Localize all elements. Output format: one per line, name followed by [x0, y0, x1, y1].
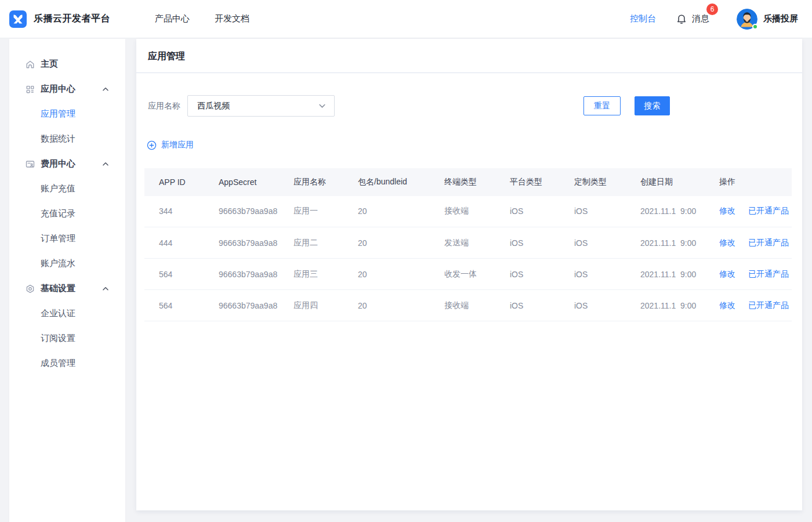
console-link[interactable]: 控制台 — [630, 13, 656, 24]
add-app-button[interactable]: 新增应用 — [147, 140, 194, 150]
col-platform-type: 平台类型 — [495, 168, 560, 196]
sidebar-item-account-recharge[interactable]: 账户充值 — [9, 176, 125, 201]
cell-terminal: 收发一体 — [430, 259, 495, 290]
cell-app-id: 564 — [144, 290, 204, 321]
home-icon — [25, 59, 35, 70]
logo-icon — [9, 10, 27, 28]
reset-button[interactable]: 重置 — [583, 96, 621, 115]
cell-terminal: 发送端 — [430, 227, 495, 259]
cell-platform: iOS — [495, 259, 560, 290]
app-name-select[interactable]: 西瓜视频 — [187, 95, 335, 117]
sidebar-item-data-stats[interactable]: 数据统计 — [9, 126, 125, 151]
sidebar-item-order-manage[interactable]: 订单管理 — [9, 226, 125, 251]
sidebar-item-app-manage[interactable]: 应用管理 — [9, 102, 125, 126]
add-app-label: 新增应用 — [161, 140, 194, 150]
cell-app-id: 444 — [144, 227, 204, 259]
cell-bundle: 20 — [343, 290, 430, 321]
messages-button[interactable]: 消息 6 — [676, 13, 709, 25]
plus-circle-icon — [147, 140, 157, 150]
cell-terminal: 接收端 — [430, 196, 495, 227]
opened-products-link[interactable]: 已开通产品 — [748, 206, 789, 215]
opened-products-link[interactable]: 已开通产品 — [748, 300, 789, 310]
sidebar-group-app-center[interactable]: 应用中心 — [9, 77, 125, 102]
chevron-down-icon — [318, 102, 326, 110]
sidebar-item-label: 费用中心 — [41, 158, 75, 169]
filter-bar: 应用名称 西瓜视频 重置 搜索 — [136, 95, 802, 117]
selected-app-name: 西瓜视频 — [197, 101, 230, 111]
nav-product-center[interactable]: 产品中心 — [155, 13, 190, 24]
cell-created: 2021.11.1 9:00 — [626, 290, 705, 321]
cell-custom: iOS — [560, 259, 626, 290]
sidebar-item-home[interactable]: 主页 — [9, 52, 125, 77]
sidebar-item-recharge-records[interactable]: 充值记录 — [9, 201, 125, 226]
sidebar-item-account-flow[interactable]: 账户流水 — [9, 251, 125, 276]
cell-bundle: 20 — [343, 196, 430, 227]
cell-app-name: 应用三 — [279, 259, 343, 290]
opened-products-link[interactable]: 已开通产品 — [748, 238, 789, 247]
cell-custom: iOS — [560, 227, 626, 259]
nav-dev-docs[interactable]: 开发文档 — [215, 13, 249, 24]
cell-app-name: 应用一 — [279, 196, 343, 227]
col-actions: 操作 — [705, 168, 792, 196]
table-row: 344 96663b79aa9a8 应用一 20 接收端 iOS iOS 202… — [144, 196, 792, 227]
online-status-dot — [752, 24, 758, 30]
cell-platform: iOS — [495, 196, 560, 227]
cell-bundle: 20 — [343, 227, 430, 259]
sidebar-item-enterprise-auth[interactable]: 企业认证 — [9, 301, 125, 326]
cell-bundle: 20 — [343, 259, 430, 290]
cell-created: 2021.11.1 9:00 — [626, 196, 705, 227]
sidebar-item-label: 主页 — [41, 59, 58, 70]
col-app-name: 应用名称 — [279, 168, 343, 196]
cell-app-secret: 96663b79aa9a8 — [204, 227, 279, 259]
chevron-up-icon — [102, 161, 109, 168]
page-title: 应用管理 — [136, 39, 802, 73]
col-terminal-type: 终端类型 — [430, 168, 495, 196]
apps-grid-icon — [25, 84, 35, 95]
cell-actions: 修改 已开通产品 — [705, 290, 792, 321]
col-app-secret: AppSecret — [204, 168, 279, 196]
edit-link[interactable]: 修改 — [719, 206, 735, 215]
col-app-id: APP ID — [144, 168, 204, 196]
user-menu[interactable]: 乐播投屏 — [737, 9, 798, 30]
chevron-up-icon — [102, 285, 109, 292]
brand[interactable]: 乐播云开发者平台 — [9, 10, 110, 28]
table-header-row: APP ID AppSecret 应用名称 包名/bundleid 终端类型 平… — [144, 168, 792, 196]
table-row: 444 96663b79aa9a8 应用二 20 发送端 iOS iOS 202… — [144, 227, 792, 259]
navbar-right: 控制台 消息 6 — [630, 9, 798, 30]
opened-products-link[interactable]: 已开通产品 — [748, 269, 789, 278]
apps-table-container: APP ID AppSecret 应用名称 包名/bundleid 终端类型 平… — [144, 168, 792, 322]
cell-created: 2021.11.1 9:00 — [626, 259, 705, 290]
sidebar-item-label: 基础设置 — [41, 283, 75, 294]
cell-platform: iOS — [495, 290, 560, 321]
top-navbar: 乐播云开发者平台 产品中心 开发文档 控制台 消息 6 — [0, 0, 812, 38]
messages-label: 消息 — [692, 13, 709, 24]
cell-created: 2021.11.1 9:00 — [626, 227, 705, 259]
top-nav: 产品中心 开发文档 — [155, 13, 249, 24]
brand-title: 乐播云开发者平台 — [34, 13, 110, 25]
main-panel: 应用管理 应用名称 西瓜视频 重置 搜索 新增应用 — [136, 39, 802, 510]
sidebar-item-member-manage[interactable]: 成员管理 — [9, 351, 125, 376]
cell-actions: 修改 已开通产品 — [705, 259, 792, 290]
bell-icon — [676, 13, 687, 25]
sidebar-group-basic-settings[interactable]: 基础设置 — [9, 276, 125, 301]
cell-app-name: 应用四 — [279, 290, 343, 321]
col-custom-type: 定制类型 — [560, 168, 626, 196]
cell-custom: iOS — [560, 196, 626, 227]
sidebar: 主页 应用中心 应用管理 数据统计 费用中心 — [9, 39, 125, 522]
billing-card-icon — [25, 159, 35, 169]
sidebar-group-billing-center[interactable]: 费用中心 — [9, 151, 125, 176]
settings-nut-icon — [25, 284, 35, 294]
cell-app-name: 应用二 — [279, 227, 343, 259]
cell-custom: iOS — [560, 290, 626, 321]
edit-link[interactable]: 修改 — [719, 269, 735, 278]
chevron-up-icon — [102, 86, 109, 93]
search-button[interactable]: 搜索 — [635, 96, 670, 115]
apps-table: APP ID AppSecret 应用名称 包名/bundleid 终端类型 平… — [144, 168, 792, 322]
sidebar-item-subscription[interactable]: 订阅设置 — [9, 326, 125, 351]
edit-link[interactable]: 修改 — [719, 300, 735, 310]
sidebar-item-label: 应用中心 — [41, 84, 75, 95]
avatar — [737, 9, 757, 30]
edit-link[interactable]: 修改 — [719, 238, 735, 247]
username: 乐播投屏 — [763, 13, 798, 24]
cell-app-secret: 96663b79aa9a8 — [204, 196, 279, 227]
